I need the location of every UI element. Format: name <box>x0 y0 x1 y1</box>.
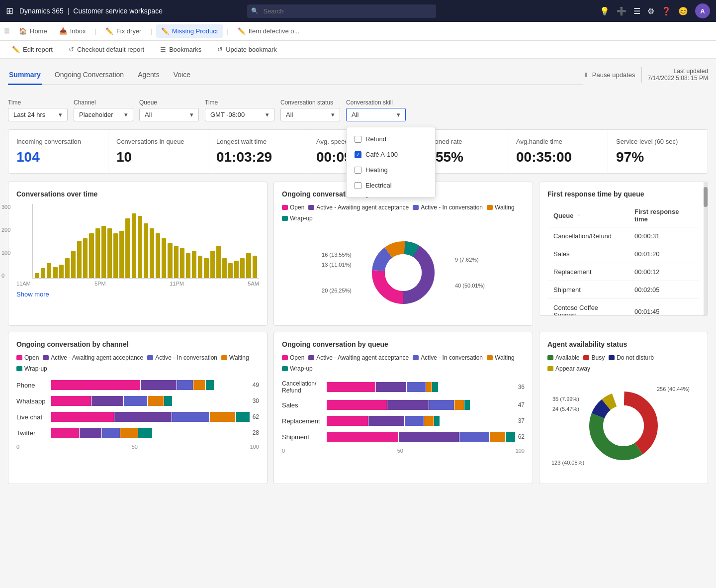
bar-segment <box>216 246 221 278</box>
ongoing-status-legend: Open Active - Awaiting agent acceptance … <box>282 204 525 222</box>
wrapup-color <box>282 216 288 221</box>
filter-time: Time Last 24 hrs ▾ <box>8 99 68 121</box>
tab-summary[interactable]: Summary <box>8 67 42 85</box>
menu-icon[interactable]: ☰ <box>633 6 640 16</box>
sort-icon[interactable]: ↑ <box>577 212 581 219</box>
agent-donut-svg <box>581 384 666 468</box>
queue-row-sales: Sales 47 <box>282 400 525 410</box>
filter-conv-status-select[interactable]: All ▾ <box>280 108 340 121</box>
channel-legend-awaiting: Active - Awaiting agent acceptance <box>43 354 143 361</box>
filter-conv-skill-select[interactable]: All ▾ <box>346 108 406 121</box>
search-input[interactable] <box>247 4 436 18</box>
checkout-default-report-button[interactable]: ↺ Checkout default report <box>65 44 148 55</box>
settings-icon[interactable]: ⚙ <box>647 6 654 16</box>
active-awaiting-color <box>308 205 314 210</box>
bookmarks-icon: ☰ <box>160 46 166 53</box>
page-header: Summary Ongoing Conversation Agents Voic… <box>8 67 708 93</box>
cafe-checkbox[interactable]: ✓ <box>355 151 361 158</box>
tab-voice[interactable]: Voice <box>173 67 191 85</box>
lightbulb-icon[interactable]: 💡 <box>600 6 610 16</box>
filter-timezone-select[interactable]: GMT -08:00 ▾ <box>205 108 274 121</box>
pause-icon: ⏸ <box>583 71 589 79</box>
queue-row-replacement: Replacement 37 <box>282 416 525 426</box>
queue-row-shipment: Shipment 62 <box>282 432 525 442</box>
table-row: Sales 00:01:20 <box>547 245 700 263</box>
bar-segment <box>168 243 172 278</box>
donut-labels-right: 9 (7.62%) 40 (50.01%) <box>455 257 485 289</box>
chevron-down-icon-6: ▾ <box>397 111 400 118</box>
filter-conv-skill: Conversation skill All ▾ Refund ✓ Café A… <box>346 99 406 121</box>
tab-home[interactable]: 🏠 Home <box>14 24 52 38</box>
table-row: Replacement 00:00:12 <box>547 263 700 281</box>
legend-active-in-conv: Active - In conversation <box>413 204 483 211</box>
y-axis-labels: 300 200 100 0 <box>1 204 10 279</box>
tab-missing-product[interactable]: ✏️ Missing Product <box>156 24 223 38</box>
tab-fix-dryer[interactable]: ✏️ Fix dryer <box>100 24 147 38</box>
queue-row-cancellation: Cancellation/ Refund 36 <box>282 380 525 394</box>
skill-option-cafe[interactable]: ✓ Café A-100 <box>347 147 435 162</box>
table-row: Shipment 00:02:05 <box>547 281 700 299</box>
show-more-link[interactable]: Show more <box>16 291 49 298</box>
bar-segment <box>107 228 112 278</box>
legend-busy: Busy <box>583 354 605 361</box>
tab-inbox[interactable]: 📥 Inbox <box>54 24 91 38</box>
refund-checkbox[interactable] <box>355 136 361 143</box>
chart-conversations-over-time: Conversations over time 300 200 100 0 11… <box>8 182 268 326</box>
bar-segment <box>198 256 202 278</box>
channel-legend-inconversation: Active - In conversation <box>147 354 217 361</box>
channel-row-twitter: Twitter 28 <box>16 428 259 438</box>
help-icon[interactable]: ❓ <box>661 6 671 16</box>
add-icon[interactable]: ➕ <box>617 6 626 16</box>
chart-agent-availability: Agent availability status Available Busy… <box>539 332 708 484</box>
skill-option-electrical[interactable]: Electrical <box>347 178 435 193</box>
bar-segment <box>83 238 88 278</box>
heating-checkbox[interactable] <box>355 167 361 174</box>
filter-time-select[interactable]: Last 24 hrs ▾ <box>8 108 68 121</box>
bar-chart-wrapper: 300 200 100 0 <box>16 204 259 279</box>
bookmarks-button[interactable]: ☰ Bookmarks <box>156 44 205 55</box>
bar-segment <box>246 253 251 278</box>
bar-segment <box>222 258 227 278</box>
waffle-icon[interactable]: ⊞ <box>6 5 13 16</box>
open-color <box>282 205 288 210</box>
bar-segment <box>210 251 215 278</box>
chevron-down-icon-5: ▾ <box>331 111 335 118</box>
electrical-checkbox[interactable] <box>355 182 361 189</box>
kpi-conversations-in-queue: Conversations in queue 10 <box>108 130 208 173</box>
legend-waiting: Waiting <box>487 204 515 211</box>
bar-segment <box>240 258 245 278</box>
bar-segment <box>101 226 106 278</box>
bar-segment <box>47 263 51 278</box>
bar-segment <box>41 268 45 278</box>
pause-updates-button[interactable]: ⏸ Pause updates <box>583 71 635 79</box>
checkout-icon: ↺ <box>69 46 74 53</box>
scrollbar-thumb[interactable] <box>704 187 708 207</box>
agent-donut-hole <box>603 405 644 446</box>
bar-segment <box>77 241 82 278</box>
search-bar[interactable] <box>247 4 436 18</box>
edit-report-button[interactable]: ✏️ Edit report <box>8 44 57 55</box>
edit-icon-2: ✏️ <box>161 27 169 35</box>
filter-channel-select[interactable]: Placeholder ▾ <box>74 108 133 121</box>
tab-ongoing-conversation[interactable]: Ongoing Conversation <box>54 67 125 85</box>
update-bookmark-button[interactable]: ↺ Update bookmark <box>213 44 281 55</box>
skill-option-refund[interactable]: Refund <box>347 131 435 147</box>
skill-option-heating[interactable]: Heating <box>347 162 435 178</box>
filter-queue-select[interactable]: All ▾ <box>139 108 199 121</box>
avatar[interactable]: A <box>695 3 710 18</box>
legend-do-not-disturb: Do not disturb <box>609 354 654 361</box>
agent-label-256: 256 (40.44%) <box>657 386 690 392</box>
queue-legend-awaiting: Active - Awaiting agent acceptance <box>308 354 409 361</box>
tab-item-defective[interactable]: ✏️ Item defective o... <box>233 24 305 38</box>
queue-bar-chart: Cancellation/ Refund 36 Sales <box>282 378 525 456</box>
tab-agents[interactable]: Agents <box>137 67 161 85</box>
active-in-conv-color <box>413 205 419 210</box>
filter-timezone: Time GMT -08:00 ▾ <box>205 99 274 121</box>
bar-segment <box>138 216 142 278</box>
chevron-down-icon: ▾ <box>59 111 62 118</box>
tab-bar-menu-icon[interactable]: ☰ <box>4 27 10 35</box>
account-icon[interactable]: 😊 <box>678 6 688 16</box>
brand-subtitle: Customer service workspace <box>73 7 163 15</box>
edit-icon-3: ✏️ <box>238 27 246 35</box>
chart-title-conv-time: Conversations over time <box>16 190 259 198</box>
